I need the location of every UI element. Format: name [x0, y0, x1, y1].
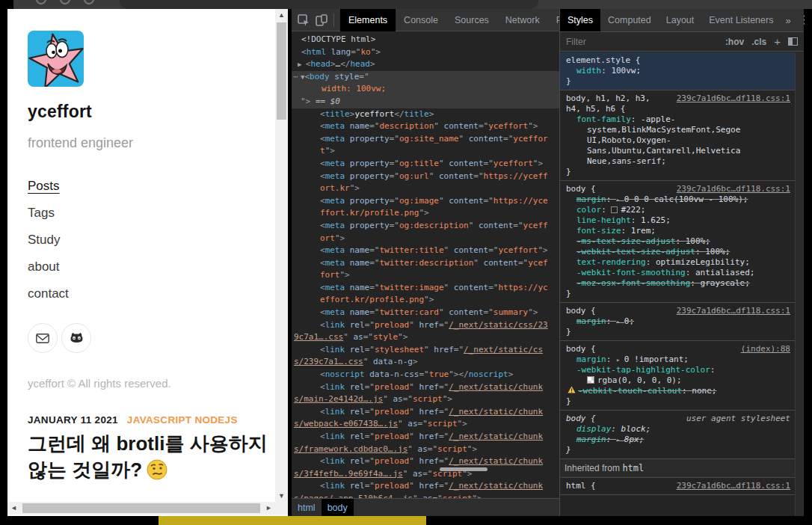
dom-tree-line[interactable]: s/webpack-e067438….js" as="script">: [292, 418, 559, 431]
dom-tree-line[interactable]: s/239c7a1….css" data-n-g>: [292, 356, 559, 369]
css-rule[interactable]: 239c7a1d6bc…df118.css:1body {margin: ▸ 0…: [560, 303, 795, 341]
dom-tree-line[interactable]: <meta property="og:description" content=…: [292, 220, 559, 233]
github-button[interactable]: [61, 323, 91, 353]
dom-tree-line[interactable]: t">: [292, 145, 559, 158]
dom-tree-line[interactable]: <!DOCTYPE html>: [292, 34, 559, 46]
stylesheet-source-link[interactable]: 239c7a1d6bc…df118.css:1: [677, 93, 790, 103]
breadcrumb-item-body[interactable]: body: [322, 499, 354, 517]
dom-tree-line[interactable]: s/pages/_app-510b6c4….js" as="script">: [292, 493, 559, 498]
resource-link[interactable]: /_next/static/chunk: [449, 407, 543, 417]
profile-icon[interactable]: [84, 0, 94, 4]
css-declaration[interactable]: margin: ▸ 8px;: [565, 435, 790, 445]
more-sidebar-tabs-icon[interactable]: »: [785, 15, 790, 26]
css-declaration[interactable]: -moz-osx-font-smoothing: grayscale;: [565, 278, 790, 289]
dom-tree-line[interactable]: <meta name="twitter:card" content="summa…: [292, 307, 559, 319]
resource-link[interactable]: /_next/static/css/23: [449, 320, 547, 330]
css-declaration[interactable]: }: [565, 289, 790, 299]
css-declaration[interactable]: Neue,sans-serif;: [565, 156, 790, 167]
dom-tree-line[interactable]: fort">: [292, 269, 559, 282]
tab-styles[interactable]: Styles: [560, 9, 600, 31]
tab-sources[interactable]: Sources: [446, 9, 497, 31]
scroll-left-arrow[interactable]: ◄: [7, 502, 20, 515]
css-declaration[interactable]: -webkit-text-size-adjust: 100%;: [565, 247, 790, 257]
css-declaration[interactable]: rgba(0, 0, 0, 0);: [565, 375, 790, 386]
css-declaration[interactable]: text-rendering: optimizeLegibility;: [565, 257, 790, 268]
css-declaration[interactable]: }: [565, 396, 790, 407]
dom-tree-line[interactable]: <link rel="preload" href="/_next/static/…: [292, 319, 559, 332]
dom-tree-line[interactable]: width: 100vw;: [292, 83, 559, 96]
css-declaration[interactable]: display: block;: [565, 424, 790, 435]
dom-tree-line[interactable]: <html lang="ko">: [292, 46, 559, 59]
refresh-icon[interactable]: [60, 0, 70, 4]
page-horizontal-scrollbar[interactable]: ◄ ►: [7, 502, 275, 515]
css-declaration[interactable]: font-size: 1rem;: [565, 226, 790, 236]
css-declaration[interactable]: element.style {: [565, 55, 790, 66]
tab-console[interactable]: Console: [396, 9, 446, 31]
dom-tree-line[interactable]: <meta property="og:title" content="yceff…: [292, 158, 559, 171]
node-menu-dots-icon[interactable]: ⋯: [293, 71, 298, 84]
tab-network[interactable]: Network: [497, 9, 548, 31]
post-tags[interactable]: JAVASCRIPT NODEJS: [127, 414, 238, 426]
color-swatch[interactable]: [611, 206, 618, 213]
dom-tree-line[interactable]: <link rel="preload" href="/_next/static/…: [292, 431, 559, 443]
resource-link[interactable]: /_next/static/chunk: [449, 432, 543, 441]
css-declaration[interactable]: font-family: -apple-: [565, 114, 790, 125]
css-rule[interactable]: 239c7a1d6bc…df118.css:1body, h1, h2, h3,…: [560, 90, 795, 181]
resource-link[interactable]: /_next/static/cs: [464, 345, 543, 354]
resource-link[interactable]: s/3f4fefb….9e69f4a….js: [294, 469, 403, 479]
css-declaration[interactable]: margin: ▸ 0 !important;: [565, 354, 790, 365]
device-toolbar-icon[interactable]: [316, 14, 327, 26]
css-declaration[interactable]: Sans,Ubuntu,Cantarell,Helvetica: [565, 146, 790, 156]
css-declaration[interactable]: line-height: 1.625;: [565, 215, 790, 226]
css-declaration[interactable]: }: [565, 327, 790, 337]
css-declaration[interactable]: -webkit-tap-highlight-color:: [565, 365, 790, 375]
page-vertical-scrollbar[interactable]: ▲ ▼: [275, 9, 288, 503]
new-style-rule-icon[interactable]: +: [774, 35, 781, 48]
avatar[interactable]: [28, 31, 84, 87]
back-icon[interactable]: [36, 0, 46, 4]
stylesheet-source-link[interactable]: 239c7a1d6bc…df118.css:1: [677, 306, 790, 316]
hov-toggle[interactable]: :hov: [725, 37, 744, 47]
css-rule[interactable]: (index):88body {margin: ▸ 0 !important;-…: [560, 341, 795, 411]
css-declaration[interactable]: }: [565, 445, 790, 455]
tab-event-listeners[interactable]: Event Listeners: [701, 9, 781, 31]
dom-tree-line[interactable]: <title>yceffort</title>: [292, 108, 559, 121]
dom-tree-line[interactable]: <meta name="twitter:description" content…: [292, 257, 559, 270]
dom-tree-line[interactable]: <noscript data-n-css="true"></noscript>: [292, 369, 559, 381]
css-declaration[interactable]: margin: ▸ 0 0 0 calc(100vw - 100%);: [565, 194, 790, 205]
sidebar-item-contact[interactable]: contact: [28, 286, 69, 301]
tab-computed[interactable]: Computed: [600, 9, 659, 31]
dom-tree-line[interactable]: ⋯▼<body style=": [292, 71, 559, 84]
css-rule[interactable]: 239c7a1d6bc…df118.css:1body {margin: ▸ 0…: [560, 181, 795, 303]
cls-toggle[interactable]: .cls: [751, 37, 766, 47]
css-declaration[interactable]: }: [565, 76, 790, 87]
dom-tree-line[interactable]: <meta name="twitter:image" content="http…: [292, 282, 559, 295]
dom-tree-line[interactable]: <meta property="og:url" content="https:/…: [292, 171, 559, 183]
dom-tree-line[interactable]: effort.kr/profile.png">: [292, 294, 559, 307]
dom-tree-line[interactable]: ▶ <head>…</head>: [292, 58, 559, 71]
dom-tree-line[interactable]: ort">: [292, 233, 559, 245]
inspect-element-icon[interactable]: [298, 14, 310, 26]
dom-tree-line[interactable]: ort.kr">: [292, 182, 559, 195]
styles-scrollbar-gutter[interactable]: [795, 52, 804, 516]
resource-link[interactable]: s/main-2e4142d….js: [294, 394, 383, 404]
stylesheet-source-link[interactable]: (index):88: [741, 344, 790, 354]
dom-tree-line[interactable]: "> == $0: [292, 96, 559, 108]
stylesheet-source-link[interactable]: 239c7a1d6bc…df118.css:1: [677, 184, 790, 194]
resource-link[interactable]: 9c7a1….css: [294, 332, 343, 342]
dom-tree-line[interactable]: <meta property="og:image" content="https…: [292, 195, 559, 208]
scroll-up-arrow[interactable]: ▲: [275, 9, 288, 22]
resource-link[interactable]: s/webpack-e067438….js: [294, 419, 398, 429]
dom-tree-line[interactable]: <link rel="preload" href="/_next/static/…: [292, 480, 559, 493]
dom-tree-line[interactable]: ffort.kr/profile.png">: [292, 207, 559, 220]
css-rule[interactable]: element.style {width: 100vw;}: [560, 52, 795, 90]
address-bar[interactable]: [120, 0, 538, 9]
css-declaration[interactable]: margin: ▸ 0;: [565, 316, 790, 327]
dom-tree-line[interactable]: s/main-2e4142d….js" as="script">: [292, 393, 559, 406]
breadcrumb-item-html[interactable]: html: [292, 499, 322, 517]
tab-elements[interactable]: Elements: [340, 9, 396, 31]
css-declaration[interactable]: width: 100vw;: [565, 66, 790, 76]
dom-tree-line[interactable]: <link rel="preload" href="/_next/static/…: [292, 381, 559, 394]
stylesheet-source-link[interactable]: 239c7a1d6bc…df118.css:1: [677, 481, 790, 491]
dom-tree-line[interactable]: <link rel="preload" href="/_next/static/…: [292, 406, 559, 419]
